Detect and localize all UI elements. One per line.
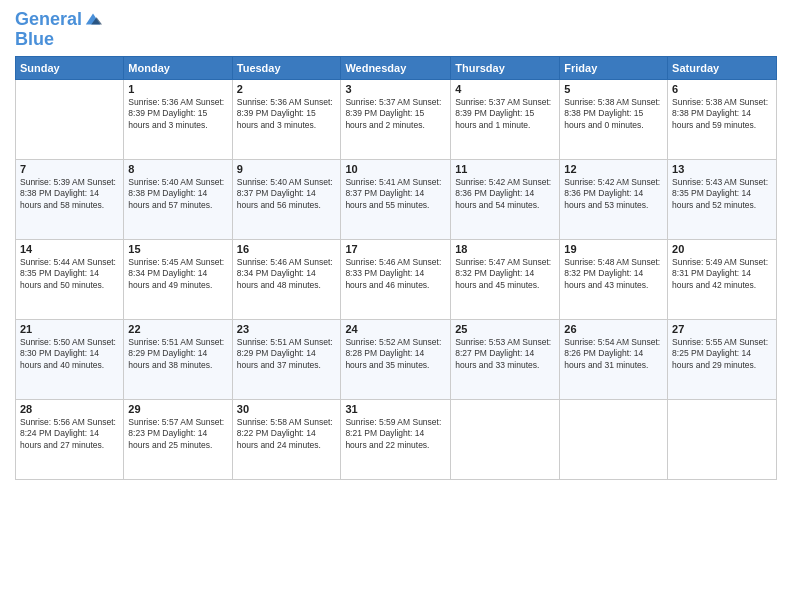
day-header-tuesday: Tuesday — [232, 56, 341, 79]
day-header-wednesday: Wednesday — [341, 56, 451, 79]
calendar-cell: 24Sunrise: 5:52 AM Sunset: 8:28 PM Dayli… — [341, 319, 451, 399]
calendar-cell — [668, 399, 777, 479]
day-info: Sunrise: 5:38 AM Sunset: 8:38 PM Dayligh… — [672, 97, 772, 131]
day-header-friday: Friday — [560, 56, 668, 79]
calendar-cell: 8Sunrise: 5:40 AM Sunset: 8:38 PM Daylig… — [124, 159, 232, 239]
day-number: 15 — [128, 243, 227, 255]
day-number: 7 — [20, 163, 119, 175]
calendar-cell: 11Sunrise: 5:42 AM Sunset: 8:36 PM Dayli… — [451, 159, 560, 239]
calendar-cell: 15Sunrise: 5:45 AM Sunset: 8:34 PM Dayli… — [124, 239, 232, 319]
calendar-cell: 3Sunrise: 5:37 AM Sunset: 8:39 PM Daylig… — [341, 79, 451, 159]
calendar-cell: 4Sunrise: 5:37 AM Sunset: 8:39 PM Daylig… — [451, 79, 560, 159]
day-info: Sunrise: 5:56 AM Sunset: 8:24 PM Dayligh… — [20, 417, 119, 451]
day-info: Sunrise: 5:51 AM Sunset: 8:29 PM Dayligh… — [128, 337, 227, 371]
day-header-sunday: Sunday — [16, 56, 124, 79]
day-number: 31 — [345, 403, 446, 415]
day-info: Sunrise: 5:46 AM Sunset: 8:34 PM Dayligh… — [237, 257, 337, 291]
week-row-5: 28Sunrise: 5:56 AM Sunset: 8:24 PM Dayli… — [16, 399, 777, 479]
calendar-cell — [16, 79, 124, 159]
day-number: 23 — [237, 323, 337, 335]
logo-blue-text: Blue — [15, 30, 102, 50]
logo-icon — [84, 10, 102, 28]
day-header-monday: Monday — [124, 56, 232, 79]
day-info: Sunrise: 5:50 AM Sunset: 8:30 PM Dayligh… — [20, 337, 119, 371]
day-info: Sunrise: 5:43 AM Sunset: 8:35 PM Dayligh… — [672, 177, 772, 211]
day-number: 2 — [237, 83, 337, 95]
day-info: Sunrise: 5:51 AM Sunset: 8:29 PM Dayligh… — [237, 337, 337, 371]
calendar-cell: 19Sunrise: 5:48 AM Sunset: 8:32 PM Dayli… — [560, 239, 668, 319]
day-info: Sunrise: 5:36 AM Sunset: 8:39 PM Dayligh… — [237, 97, 337, 131]
logo-text: General — [15, 10, 82, 30]
day-number: 1 — [128, 83, 227, 95]
day-info: Sunrise: 5:47 AM Sunset: 8:32 PM Dayligh… — [455, 257, 555, 291]
day-number: 19 — [564, 243, 663, 255]
day-info: Sunrise: 5:42 AM Sunset: 8:36 PM Dayligh… — [564, 177, 663, 211]
calendar-cell: 2Sunrise: 5:36 AM Sunset: 8:39 PM Daylig… — [232, 79, 341, 159]
day-info: Sunrise: 5:41 AM Sunset: 8:37 PM Dayligh… — [345, 177, 446, 211]
day-number: 11 — [455, 163, 555, 175]
day-info: Sunrise: 5:46 AM Sunset: 8:33 PM Dayligh… — [345, 257, 446, 291]
day-info: Sunrise: 5:42 AM Sunset: 8:36 PM Dayligh… — [455, 177, 555, 211]
day-info: Sunrise: 5:36 AM Sunset: 8:39 PM Dayligh… — [128, 97, 227, 131]
calendar-page: General Blue SundayMondayTuesdayWednesda… — [0, 0, 792, 612]
calendar-cell: 20Sunrise: 5:49 AM Sunset: 8:31 PM Dayli… — [668, 239, 777, 319]
day-info: Sunrise: 5:48 AM Sunset: 8:32 PM Dayligh… — [564, 257, 663, 291]
calendar-cell: 9Sunrise: 5:40 AM Sunset: 8:37 PM Daylig… — [232, 159, 341, 239]
day-info: Sunrise: 5:38 AM Sunset: 8:38 PM Dayligh… — [564, 97, 663, 131]
day-info: Sunrise: 5:49 AM Sunset: 8:31 PM Dayligh… — [672, 257, 772, 291]
day-number: 30 — [237, 403, 337, 415]
day-number: 27 — [672, 323, 772, 335]
day-info: Sunrise: 5:53 AM Sunset: 8:27 PM Dayligh… — [455, 337, 555, 371]
day-number: 16 — [237, 243, 337, 255]
day-number: 28 — [20, 403, 119, 415]
week-row-1: 1Sunrise: 5:36 AM Sunset: 8:39 PM Daylig… — [16, 79, 777, 159]
day-info: Sunrise: 5:55 AM Sunset: 8:25 PM Dayligh… — [672, 337, 772, 371]
day-number: 24 — [345, 323, 446, 335]
day-info: Sunrise: 5:37 AM Sunset: 8:39 PM Dayligh… — [345, 97, 446, 131]
day-number: 26 — [564, 323, 663, 335]
calendar-cell: 23Sunrise: 5:51 AM Sunset: 8:29 PM Dayli… — [232, 319, 341, 399]
calendar-cell: 14Sunrise: 5:44 AM Sunset: 8:35 PM Dayli… — [16, 239, 124, 319]
day-number: 4 — [455, 83, 555, 95]
calendar-cell: 1Sunrise: 5:36 AM Sunset: 8:39 PM Daylig… — [124, 79, 232, 159]
day-number: 20 — [672, 243, 772, 255]
day-number: 10 — [345, 163, 446, 175]
day-number: 8 — [128, 163, 227, 175]
calendar-cell: 16Sunrise: 5:46 AM Sunset: 8:34 PM Dayli… — [232, 239, 341, 319]
day-info: Sunrise: 5:58 AM Sunset: 8:22 PM Dayligh… — [237, 417, 337, 451]
calendar-cell: 5Sunrise: 5:38 AM Sunset: 8:38 PM Daylig… — [560, 79, 668, 159]
week-row-2: 7Sunrise: 5:39 AM Sunset: 8:38 PM Daylig… — [16, 159, 777, 239]
day-info: Sunrise: 5:57 AM Sunset: 8:23 PM Dayligh… — [128, 417, 227, 451]
calendar-cell — [560, 399, 668, 479]
calendar-cell: 28Sunrise: 5:56 AM Sunset: 8:24 PM Dayli… — [16, 399, 124, 479]
day-number: 29 — [128, 403, 227, 415]
day-info: Sunrise: 5:54 AM Sunset: 8:26 PM Dayligh… — [564, 337, 663, 371]
day-info: Sunrise: 5:40 AM Sunset: 8:38 PM Dayligh… — [128, 177, 227, 211]
day-info: Sunrise: 5:59 AM Sunset: 8:21 PM Dayligh… — [345, 417, 446, 451]
calendar-cell: 13Sunrise: 5:43 AM Sunset: 8:35 PM Dayli… — [668, 159, 777, 239]
logo: General Blue — [15, 10, 102, 50]
calendar-cell: 7Sunrise: 5:39 AM Sunset: 8:38 PM Daylig… — [16, 159, 124, 239]
day-info: Sunrise: 5:40 AM Sunset: 8:37 PM Dayligh… — [237, 177, 337, 211]
day-number: 14 — [20, 243, 119, 255]
calendar-cell: 29Sunrise: 5:57 AM Sunset: 8:23 PM Dayli… — [124, 399, 232, 479]
week-row-4: 21Sunrise: 5:50 AM Sunset: 8:30 PM Dayli… — [16, 319, 777, 399]
day-info: Sunrise: 5:39 AM Sunset: 8:38 PM Dayligh… — [20, 177, 119, 211]
day-header-thursday: Thursday — [451, 56, 560, 79]
day-number: 9 — [237, 163, 337, 175]
day-number: 13 — [672, 163, 772, 175]
day-number: 5 — [564, 83, 663, 95]
calendar-cell: 12Sunrise: 5:42 AM Sunset: 8:36 PM Dayli… — [560, 159, 668, 239]
calendar-cell: 6Sunrise: 5:38 AM Sunset: 8:38 PM Daylig… — [668, 79, 777, 159]
day-number: 18 — [455, 243, 555, 255]
calendar-cell: 30Sunrise: 5:58 AM Sunset: 8:22 PM Dayli… — [232, 399, 341, 479]
days-header-row: SundayMondayTuesdayWednesdayThursdayFrid… — [16, 56, 777, 79]
calendar-cell: 17Sunrise: 5:46 AM Sunset: 8:33 PM Dayli… — [341, 239, 451, 319]
day-info: Sunrise: 5:37 AM Sunset: 8:39 PM Dayligh… — [455, 97, 555, 131]
calendar-table: SundayMondayTuesdayWednesdayThursdayFrid… — [15, 56, 777, 480]
day-header-saturday: Saturday — [668, 56, 777, 79]
calendar-cell — [451, 399, 560, 479]
calendar-cell: 25Sunrise: 5:53 AM Sunset: 8:27 PM Dayli… — [451, 319, 560, 399]
calendar-cell: 10Sunrise: 5:41 AM Sunset: 8:37 PM Dayli… — [341, 159, 451, 239]
calendar-cell: 31Sunrise: 5:59 AM Sunset: 8:21 PM Dayli… — [341, 399, 451, 479]
